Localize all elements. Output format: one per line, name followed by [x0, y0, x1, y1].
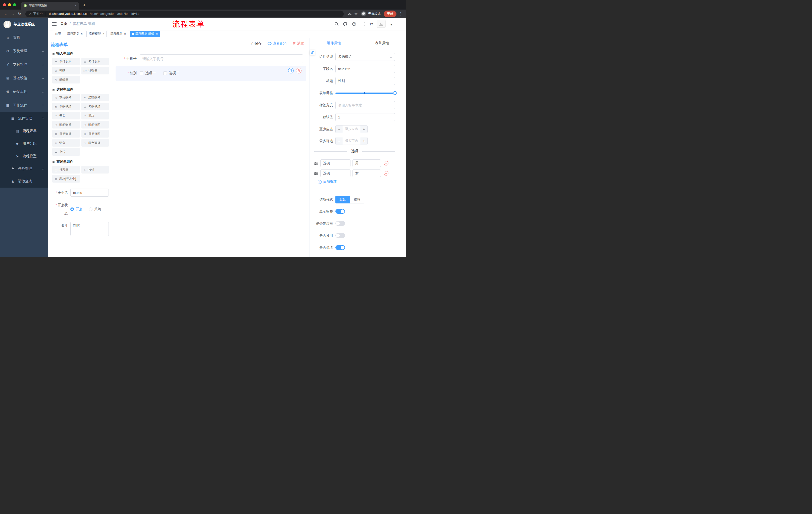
- back-icon[interactable]: ←: [2, 10, 9, 17]
- palette-item-single-text[interactable]: ▭单行文本: [52, 58, 80, 65]
- tag-process-form[interactable]: 流程表单 ×: [108, 31, 128, 37]
- breadcrumb-home[interactable]: 首页: [60, 22, 67, 26]
- password-key-icon[interactable]: [346, 10, 353, 17]
- minus-icon[interactable]: −: [336, 126, 343, 133]
- palette-item-date-range[interactable]: ▥日期范围: [81, 130, 109, 138]
- palette-item-date[interactable]: ▦日期选择: [52, 130, 80, 138]
- delete-item-icon[interactable]: [296, 68, 301, 74]
- tag-process-definition[interactable]: 流程定义 ×: [65, 31, 85, 37]
- plus-icon[interactable]: +: [360, 137, 367, 144]
- avatar-caret-icon[interactable]: ▾: [390, 23, 392, 26]
- field-gender-selected[interactable]: 性别 选项一 选项二: [116, 66, 306, 81]
- github-icon[interactable]: [343, 21, 348, 26]
- tag-process-model[interactable]: 流程模型 ×: [86, 31, 107, 37]
- sidebar-item-process-model[interactable]: ➤ 流程模型: [0, 150, 48, 162]
- reload-icon[interactable]: ↻: [16, 10, 23, 17]
- copy-item-icon[interactable]: [288, 68, 294, 74]
- sidebar-item-infra[interactable]: ⊞ 基础设施: [0, 72, 48, 85]
- font-size-icon[interactable]: TT: [369, 22, 373, 26]
- close-window-button[interactable]: [3, 3, 6, 6]
- browser-tab[interactable]: 芋道管理系统 ×: [21, 2, 79, 9]
- address-bar[interactable]: ⚠ 不安全 dashboard.yudao.iocoder.cn /bpm/ma…: [25, 10, 344, 17]
- maximize-window-button[interactable]: [13, 3, 16, 6]
- clear-button[interactable]: 清空: [292, 41, 304, 46]
- drag-handle-icon[interactable]: [314, 162, 318, 165]
- palette-item-rate[interactable]: ☆评分: [52, 139, 80, 146]
- palette-item-radio-group[interactable]: ◉单选框组: [52, 103, 80, 110]
- option-value-input[interactable]: [352, 159, 381, 167]
- avatar[interactable]: [377, 20, 386, 28]
- palette-item-counter[interactable]: 123计数器: [81, 67, 109, 75]
- sidebar-item-task-manage[interactable]: ⚑ 任务管理: [0, 162, 48, 175]
- palette-item-table[interactable]: ▦表格[开发中]: [52, 175, 80, 183]
- sidebar-item-payment[interactable]: ¥ 支付管理: [0, 58, 48, 72]
- sidebar-item-process-form[interactable]: ▤ 流程表单: [0, 125, 48, 137]
- slider-track[interactable]: [336, 92, 395, 94]
- radio-open[interactable]: 开启: [70, 207, 82, 212]
- label-width-input[interactable]: [336, 101, 395, 109]
- sidebar-item-process-manage[interactable]: ☰ 流程管理: [0, 112, 48, 125]
- drag-handle-icon[interactable]: [314, 172, 318, 175]
- palette-item-switch[interactable]: ⊶开关: [52, 112, 80, 119]
- grid-slider[interactable]: [336, 89, 395, 97]
- disabled-switch[interactable]: [336, 233, 345, 238]
- hamburger-icon[interactable]: [48, 18, 60, 30]
- browser-menu-icon[interactable]: ⋮: [398, 11, 404, 16]
- slider-handle[interactable]: [393, 91, 397, 95]
- component-type-select[interactable]: 多选框组: [336, 53, 395, 61]
- plus-icon[interactable]: +: [360, 126, 367, 133]
- tag-close-icon[interactable]: ×: [156, 32, 158, 36]
- tag-close-icon[interactable]: ×: [103, 32, 104, 36]
- tag-close-icon[interactable]: ×: [81, 32, 83, 36]
- tab-close-icon[interactable]: ×: [75, 4, 76, 7]
- form-name-input[interactable]: [70, 189, 109, 197]
- palette-item-button[interactable]: ▷按钮: [81, 166, 109, 173]
- palette-item-select[interactable]: ◎下拉选择: [52, 94, 80, 101]
- tag-close-icon[interactable]: ×: [124, 32, 126, 36]
- checkbox-option1[interactable]: 选项一: [140, 71, 156, 76]
- min-stepper-value[interactable]: 至少应选: [343, 126, 360, 133]
- border-switch[interactable]: [336, 221, 345, 226]
- search-icon[interactable]: [334, 21, 339, 26]
- option-label-input[interactable]: [320, 159, 350, 167]
- remove-option-icon[interactable]: −: [384, 171, 388, 175]
- add-option-button[interactable]: + 添加选项: [318, 180, 395, 184]
- style-default-button[interactable]: 默认: [336, 196, 350, 204]
- show-label-switch[interactable]: [336, 209, 345, 214]
- palette-item-password[interactable]: ⊙密码: [52, 67, 80, 75]
- save-button[interactable]: ✓ 保存: [251, 41, 262, 46]
- style-button-button[interactable]: 按钮: [350, 196, 364, 204]
- palette-item-time-range[interactable]: ◴时间范围: [81, 121, 109, 129]
- sidebar-item-leave-query[interactable]: ♟ 请假查询: [0, 175, 48, 188]
- field-phone[interactable]: 手机号: [116, 54, 306, 63]
- bookmark-star-icon[interactable]: ☆: [353, 10, 359, 17]
- tag-home[interactable]: 首页: [53, 31, 63, 37]
- palette-item-slider[interactable]: ⊷滑块: [81, 112, 109, 119]
- required-switch[interactable]: [336, 245, 345, 250]
- palette-item-checkbox-group[interactable]: ☑多选框组: [81, 103, 109, 110]
- sidebar-item-workflow[interactable]: ▦ 工作流程: [0, 99, 48, 112]
- remove-option-icon[interactable]: −: [384, 161, 388, 165]
- help-icon[interactable]: ?: [351, 21, 356, 26]
- palette-item-upload[interactable]: ☁上传: [52, 148, 80, 156]
- field-name-input[interactable]: [336, 65, 395, 73]
- sidebar-item-devtools[interactable]: ⚒ 研发工具: [0, 85, 48, 99]
- radio-closed[interactable]: 关闭: [89, 207, 101, 212]
- option-value-input[interactable]: [352, 169, 381, 177]
- sidebar-item-user-group[interactable]: ☻ 用户分组: [0, 137, 48, 150]
- fullscreen-icon[interactable]: [360, 21, 365, 26]
- tag-process-form-edit[interactable]: 流程表单-编辑 ×: [129, 31, 160, 37]
- palette-item-color[interactable]: ◑颜色选择: [81, 139, 109, 146]
- view-json-button[interactable]: 查看json: [267, 41, 286, 46]
- forward-icon[interactable]: →: [9, 10, 16, 17]
- palette-item-editor[interactable]: ✎编辑器: [52, 76, 80, 83]
- palette-item-multi-text[interactable]: ▤多行文本: [81, 58, 109, 65]
- new-tab-button[interactable]: +: [81, 2, 88, 9]
- tab-component-props[interactable]: 组件属性: [310, 38, 358, 48]
- sidebar-item-system[interactable]: ⚙ 系统管理: [0, 44, 48, 58]
- checkbox-option2[interactable]: 选项二: [163, 71, 179, 76]
- sidebar-item-home[interactable]: ⌂ 首页: [0, 31, 48, 44]
- phone-input[interactable]: [140, 54, 303, 63]
- palette-item-row-container[interactable]: ▢行容器: [52, 166, 80, 173]
- form-remark-textarea[interactable]: 嘿嘿: [70, 222, 109, 236]
